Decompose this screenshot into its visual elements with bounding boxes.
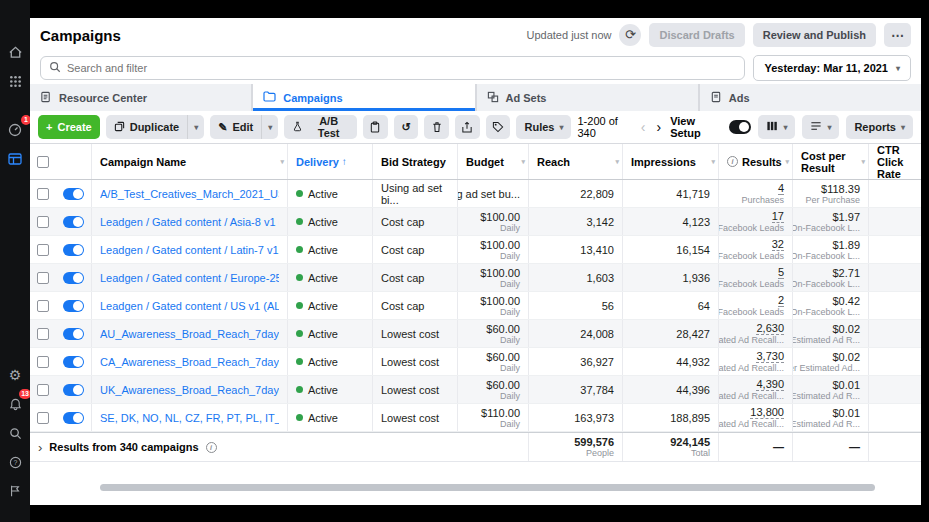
select-all-checkbox[interactable] [37, 156, 49, 168]
bid-strategy-value: Lowest cost [373, 404, 458, 431]
tag-icon-button[interactable] [486, 115, 511, 139]
edit-button[interactable]: ✎ Edit [210, 115, 261, 139]
more-options-button[interactable]: ⋯ [884, 23, 911, 47]
apps-grid-icon[interactable] [3, 69, 27, 93]
impressions-value: 188,895 [670, 412, 710, 424]
expand-summary-icon[interactable]: › [38, 440, 42, 455]
header-results[interactable]: i Results▾ [719, 144, 793, 179]
campaign-active-toggle[interactable] [63, 272, 84, 284]
campaign-name-link[interactable]: Leadgen / Gated content / Europe-25 v1 (… [100, 272, 279, 284]
table-row[interactable]: Leadgen / Gated content / Asia-8 v1 (AL)… [30, 208, 921, 236]
view-setup-toggle[interactable] [729, 120, 752, 134]
horizontal-scrollbar[interactable] [100, 484, 875, 491]
campaign-name-link[interactable]: A/B_Test_Creatives_March_2021_US_Broad..… [100, 188, 279, 200]
create-button[interactable]: +Create [38, 115, 100, 139]
budget-value: $100.00 [480, 211, 520, 223]
date-range-picker[interactable]: Yesterday: Mar 11, 2021 ▾ [753, 55, 911, 81]
clipboard-icon-button[interactable] [363, 115, 388, 139]
breakdown-button[interactable]: ▾ [802, 115, 839, 139]
page-prev-button[interactable]: ‹ [639, 120, 648, 134]
table-row[interactable]: Leadgen / Gated content / Latin-7 v1 (AL… [30, 236, 921, 264]
campaigns-table-icon[interactable] [3, 147, 27, 171]
flag-icon[interactable] [3, 479, 27, 503]
bid-strategy-value: Cost cap [373, 236, 458, 263]
campaign-active-toggle[interactable] [63, 216, 84, 228]
campaign-active-toggle[interactable] [63, 356, 84, 368]
table-row[interactable]: AU_Awareness_Broad_Reach_7days Active Lo… [30, 320, 921, 348]
edit-dropdown-button[interactable]: ▾ [261, 115, 278, 139]
results-type: On-Facebook Leads [719, 279, 784, 289]
chevron-down-icon: ▾ [268, 123, 272, 132]
rules-button[interactable]: Rules▾ [516, 115, 571, 139]
header-campaign-name[interactable]: Campaign Name▾ [92, 144, 288, 179]
campaign-name-link[interactable]: Leadgen / Gated content / Latin-7 v1 (AL… [100, 244, 279, 256]
campaign-name-link[interactable]: Leadgen / Gated content / Asia-8 v1 (AL) [100, 216, 279, 228]
table-row[interactable]: Leadgen / Gated content / Europe-25 v1 (… [30, 264, 921, 292]
campaign-active-toggle[interactable] [63, 412, 84, 424]
tab-campaigns[interactable]: Campaigns [253, 84, 474, 111]
row-checkbox[interactable] [37, 356, 49, 368]
duplicate-button[interactable]: Duplicate [106, 115, 188, 139]
campaign-active-toggle[interactable] [63, 300, 84, 312]
campaign-active-toggle[interactable] [63, 244, 84, 256]
campaign-name-link[interactable]: Leadgen / Gated content / US v1 (AL) [100, 300, 279, 312]
home-icon[interactable] [3, 40, 27, 64]
search-box[interactable] [40, 56, 745, 80]
duplicate-dropdown-button[interactable]: ▾ [187, 115, 204, 139]
row-checkbox[interactable] [37, 300, 49, 312]
discard-drafts-button[interactable]: Discard Drafts [649, 23, 744, 47]
header-reach[interactable]: Reach▾ [529, 144, 623, 179]
row-checkbox[interactable] [37, 216, 49, 228]
ctr-cell [869, 348, 921, 375]
row-checkbox[interactable] [37, 188, 49, 200]
search-input[interactable] [67, 62, 736, 74]
table-row[interactable]: A/B_Test_Creatives_March_2021_US_Broad..… [30, 180, 921, 208]
table-row[interactable]: UK_Awareness_Broad_Reach_7days Active Lo… [30, 376, 921, 404]
table-row[interactable]: CA_Awareness_Broad_Reach_7days Active Lo… [30, 348, 921, 376]
campaign-active-toggle[interactable] [63, 188, 84, 200]
tab-ad-sets[interactable]: Ad Sets [477, 84, 698, 111]
row-checkbox[interactable] [37, 384, 49, 396]
budget-period: Daily [500, 279, 520, 289]
table-row[interactable]: SE, DK, NO, NL, CZ, FR, PT, PL, IT_Aware… [30, 404, 921, 432]
campaign-name-link[interactable]: SE, DK, NO, NL, CZ, FR, PT, PL, IT_Aware… [100, 412, 279, 424]
table-row[interactable]: Leadgen / Gated content / US v1 (AL) Act… [30, 292, 921, 320]
page-next-button[interactable]: › [654, 120, 663, 134]
search-icon [49, 61, 61, 75]
help-icon[interactable]: ? [3, 450, 27, 474]
header-bid-strategy[interactable]: Bid Strategy [373, 144, 458, 179]
campaign-active-toggle[interactable] [63, 328, 84, 340]
ads-doc-icon [710, 91, 722, 105]
footer-results-total: — [773, 441, 784, 453]
delivery-status: Active [308, 300, 338, 312]
refresh-button[interactable]: ⟳ [619, 24, 641, 46]
header-ctr[interactable]: CTR Click Rate [869, 144, 921, 179]
row-checkbox[interactable] [37, 272, 49, 284]
header-delivery[interactable]: Delivery↑ [288, 144, 373, 179]
header-impressions[interactable]: Impressions▾ [623, 144, 719, 179]
delete-icon-button[interactable] [424, 115, 449, 139]
tab-resource-center[interactable]: Resource Center [30, 84, 251, 111]
header-cost-per-result[interactable]: Cost per Result▾ [793, 144, 869, 179]
tab-ads[interactable]: Ads [700, 84, 921, 111]
settings-gear-icon[interactable]: ⚙ [3, 363, 27, 387]
undo-icon-button[interactable]: ↺ [394, 115, 419, 139]
notifications-bell-icon[interactable]: 13 [3, 392, 27, 416]
campaign-name-link[interactable]: CA_Awareness_Broad_Reach_7days [100, 356, 279, 368]
columns-button[interactable]: ▾ [758, 115, 795, 139]
campaign-active-toggle[interactable] [63, 384, 84, 396]
campaign-name-link[interactable]: AU_Awareness_Broad_Reach_7days [100, 328, 279, 340]
header-budget[interactable]: Budget▾ [458, 144, 529, 179]
row-checkbox[interactable] [37, 328, 49, 340]
ab-test-button[interactable]: A/B Test [284, 115, 357, 139]
ads-manager-icon[interactable]: 1 [3, 118, 27, 142]
review-publish-button[interactable]: Review and Publish [753, 23, 876, 47]
row-checkbox[interactable] [37, 244, 49, 256]
campaign-name-link[interactable]: UK_Awareness_Broad_Reach_7days [100, 384, 279, 396]
export-icon-button[interactable] [455, 115, 480, 139]
search-icon[interactable] [3, 421, 27, 445]
reports-button[interactable]: Reports▾ [846, 115, 913, 139]
delivery-status: Active [308, 384, 338, 396]
row-checkbox[interactable] [37, 412, 49, 424]
results-value: 32 [772, 238, 784, 251]
